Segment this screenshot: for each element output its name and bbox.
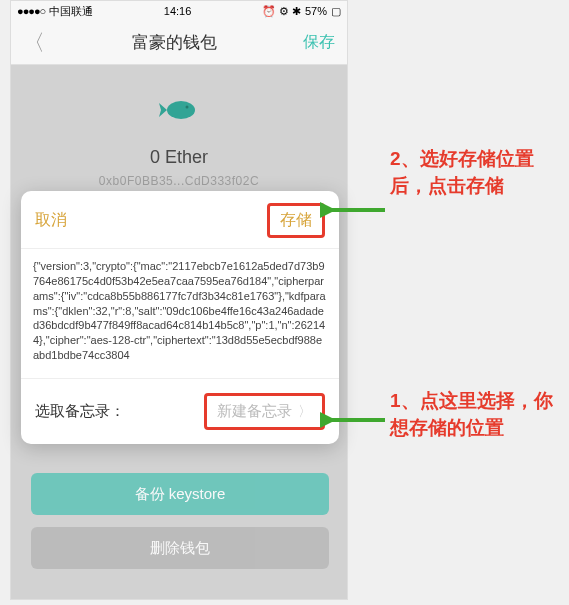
- annotation-1: 1、点这里选择，你想存储的位置: [390, 388, 565, 441]
- save-button[interactable]: 保存: [303, 32, 335, 53]
- nav-bar: 〈 富豪的钱包 保存: [11, 21, 347, 65]
- signal-dots: ●●●●○: [17, 5, 45, 17]
- new-memo-button[interactable]: 新建备忘录 〉: [204, 393, 325, 430]
- status-icons: ⏰ ⚙ ✱: [262, 5, 301, 18]
- bottom-actions: 备份 keystore 删除钱包: [31, 473, 329, 581]
- status-time: 14:16: [164, 5, 192, 17]
- carrier-label: 中国联通: [49, 4, 93, 19]
- back-icon[interactable]: 〈: [23, 28, 45, 58]
- battery-label: 57%: [305, 5, 327, 17]
- backup-keystore-button[interactable]: 备份 keystore: [31, 473, 329, 515]
- annotation-2: 2、选好存储位置后，点击存储: [390, 146, 565, 199]
- keystore-json-text: {"version":3,"crypto":{"mac":"2117ebcb7e…: [21, 249, 339, 379]
- page-title: 富豪的钱包: [132, 31, 217, 54]
- sheet-header: 取消 存储: [21, 191, 339, 249]
- chevron-right-icon: 〉: [298, 403, 312, 421]
- new-memo-label: 新建备忘录: [217, 402, 292, 421]
- memo-label: 选取备忘录：: [35, 402, 125, 421]
- battery-icon: ▢: [331, 5, 341, 18]
- cancel-button[interactable]: 取消: [35, 210, 67, 231]
- memo-row: 选取备忘录： 新建备忘录 〉: [21, 379, 339, 444]
- store-button[interactable]: 存储: [267, 203, 325, 238]
- phone-frame: ●●●●○ 中国联通 14:16 ⏰ ⚙ ✱ 57% ▢ 〈 富豪的钱包 保存 …: [10, 0, 348, 600]
- delete-wallet-button[interactable]: 删除钱包: [31, 527, 329, 569]
- status-bar: ●●●●○ 中国联通 14:16 ⏰ ⚙ ✱ 57% ▢: [11, 1, 347, 21]
- export-sheet: 取消 存储 {"version":3,"crypto":{"mac":"2117…: [21, 191, 339, 444]
